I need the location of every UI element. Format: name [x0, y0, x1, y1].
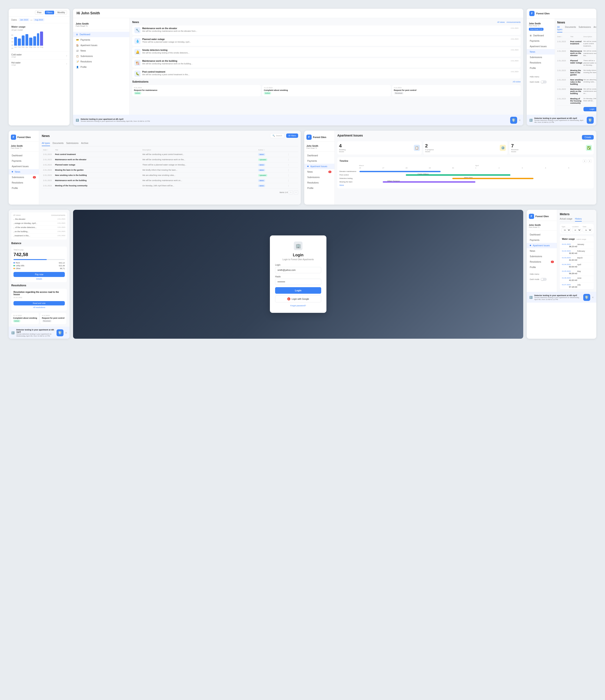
strip-item-3[interactable]: ... of the smoke detectors... 2.01.2023: [13, 225, 65, 230]
timeline-more-link[interactable]: More: [339, 184, 591, 186]
meters-tab-history[interactable]: History: [575, 218, 582, 222]
full-tab-archive[interactable]: Archive: [81, 142, 88, 146]
right-nav-payments[interactable]: Payments: [527, 38, 555, 44]
news-nav-profile[interactable]: Profile: [9, 185, 39, 191]
strip-item-2[interactable]: ...outage on Monday, April... 2.01.2023: [13, 221, 65, 225]
notif-close-button[interactable]: ×: [519, 119, 521, 122]
meters-nav-payments[interactable]: Payments: [527, 238, 557, 243]
apt-nav-profile[interactable]: Profile: [304, 185, 335, 191]
table-row[interactable]: 2.01.2023 Planned water outage There wil…: [42, 162, 298, 167]
apt-nav-dashboard[interactable]: Dashboard: [304, 153, 335, 158]
news-nav-payments[interactable]: Payments: [9, 158, 39, 164]
meters-nav-apt[interactable]: Apartment Issues: [527, 243, 557, 248]
meters-tab-actual[interactable]: Actual usage: [560, 218, 572, 222]
news-table-row-2[interactable]: 2.01.2023 Maintenance work on the elevat…: [557, 49, 596, 58]
news-table-row-4[interactable]: 2.01.2023 Mowing the lawn in the garden …: [557, 68, 596, 77]
meter-row-may[interactable]: 01.05.2023 May 59.28 m3: [560, 269, 594, 276]
submissions-active-count[interactable]: All Active: [513, 81, 521, 83]
prev-button[interactable]: Prev: [35, 10, 44, 15]
nav-resolutions[interactable]: 📝 Resolutions: [73, 59, 129, 64]
strip-item-4[interactable]: ...on the building... 2.01.2023: [13, 230, 65, 234]
hot-water-row[interactable]: Hot water usage ›: [9, 59, 70, 68]
apt-nav-submissions[interactable]: Submissions: [304, 175, 335, 180]
timeline-next-button[interactable]: ›: [588, 159, 591, 163]
meters-nav-news[interactable]: News: [527, 248, 557, 254]
news-item-1[interactable]: 🔧 Maintenance work on the elevator We wi…: [132, 25, 521, 35]
all-resolutions-link[interactable]: All resolutions: [14, 306, 65, 308]
tab-archive[interactable]: Archive: [594, 26, 596, 32]
monthly-button[interactable]: Monthly: [55, 10, 67, 15]
pay-now-button[interactable]: Pay now: [14, 272, 65, 277]
news-filter-button[interactable]: ⚙ Filters: [286, 133, 298, 138]
news-item-3[interactable]: 🔔 Smoke detectors testing We will be con…: [132, 47, 521, 57]
table-row[interactable]: 2.01.2023 New smoking rules in the build…: [42, 173, 298, 178]
news-nav-submissions[interactable]: Submissions2: [9, 175, 39, 180]
meters-notif-close[interactable]: ×: [592, 296, 594, 299]
right-nav-dashboard[interactable]: ⊞ Dashboard: [527, 33, 555, 38]
password-input[interactable]: [275, 279, 321, 285]
tab-all-types[interactable]: All types: [557, 26, 562, 32]
submission-1[interactable]: 8.01.2023 Request for maintenance Active: [132, 85, 261, 96]
news-table-row-5[interactable]: 2.01.2023 New smoking rules in the build…: [557, 77, 596, 87]
email-input[interactable]: [275, 267, 321, 273]
meter-row-feb[interactable]: 01.02.2023 February 32.82 m3: [560, 249, 594, 256]
right-nav-apt[interactable]: Apartment Issues: [527, 44, 555, 49]
table-row[interactable]: 2.01.2023 Pest control treatment We will…: [42, 152, 298, 157]
full-tab-subs[interactable]: Submissions: [66, 142, 78, 146]
balance-notif-close[interactable]: ×: [65, 331, 67, 334]
meters-nav-resolutions[interactable]: Resolutions1: [527, 259, 557, 265]
nav-payments[interactable]: 💳 Payments: [73, 37, 129, 43]
meter-row-mar[interactable]: 01.03.2023 March 41.02 m3: [560, 256, 594, 262]
details-button[interactable]: Details: [14, 278, 65, 280]
next-page-button[interactable]: ›: [294, 190, 298, 195]
mini-sub-2[interactable]: 11.12.2022 Complaint about smoking Activ…: [11, 313, 39, 324]
right-nav-news[interactable]: News: [527, 49, 555, 55]
date-filter-select[interactable]: Jan 2023: [583, 228, 592, 232]
meters-hide-menu[interactable]: Hide menu: [527, 272, 557, 277]
location-filter-select[interactable]: Any: [572, 228, 582, 232]
meters-dark-mode[interactable]: Dark mode: [527, 277, 557, 282]
news-nav-resolutions[interactable]: Resolutions: [9, 180, 39, 185]
nav-profile[interactable]: 👤 Profile: [73, 64, 129, 70]
full-tab-all[interactable]: All types: [42, 142, 50, 146]
news-table-row-7[interactable]: 2.01.2023 Meeting of the housing communi…: [557, 96, 596, 106]
nav-news[interactable]: 📰 News: [73, 48, 129, 53]
meters-nav-dashboard[interactable]: Dashboard: [527, 232, 557, 238]
meter-row-jun[interactable]: 01.06.2023 June 41.02 m3: [560, 276, 594, 283]
submission-2[interactable]: 11.12.2022 Complaint about smoking Activ…: [262, 85, 391, 96]
meters-nav-submissions[interactable]: Submissions: [527, 254, 557, 259]
all-views-link[interactable]: All views: [497, 21, 505, 23]
dark-mode-row[interactable]: Dark mode: [527, 79, 555, 85]
read-vote-button[interactable]: Read and vote: [14, 301, 65, 305]
full-tab-docs[interactable]: Documents: [53, 142, 64, 146]
tab-submissions[interactable]: Submissions: [579, 26, 591, 32]
news-table-row-1[interactable]: 2.01.2023 Pest control treatment We will…: [557, 39, 596, 49]
news-table-row-3[interactable]: 2.01.2023 Planned water outage There wil…: [557, 58, 596, 68]
news-item-2[interactable]: 💧 Planned water outage There will be a p…: [132, 36, 521, 46]
tab-documents[interactable]: Documents: [565, 26, 576, 32]
right-nav-resolutions[interactable]: Resolutions: [527, 60, 555, 66]
type-filter-select[interactable]: Water: [561, 228, 571, 232]
strip-item-1[interactable]: ... the elevator 2.01.2023: [13, 217, 65, 221]
news-table-row-6[interactable]: 2.01.2023 Maintenance work on the buildi…: [557, 87, 596, 96]
login-submit-button[interactable]: Login: [275, 287, 321, 294]
apt-nav-payments[interactable]: Payments: [304, 158, 335, 164]
news-nav-news[interactable]: News: [9, 169, 39, 175]
table-row[interactable]: 2.01.2023 Maintenance work on the elevat…: [42, 157, 298, 162]
timeline-prev-button[interactable]: ‹: [583, 159, 586, 163]
table-row[interactable]: 2.01.2023 Meeting of the housing communi…: [42, 183, 298, 188]
apt-nav-resolutions[interactable]: Resolutions: [304, 180, 335, 185]
meter-row-apr[interactable]: 01.04.2023 April 63.54 m3: [560, 262, 594, 269]
create-issue-button[interactable]: Create: [582, 135, 594, 140]
news-item-4[interactable]: 🏗️ Maintenance work on the building We w…: [132, 58, 521, 68]
table-row[interactable]: 2.01.2023 Maintenance work on the buildi…: [42, 178, 298, 183]
forgot-password-link[interactable]: Forgot password?: [275, 305, 321, 307]
google-login-button[interactable]: G Login with Google: [275, 295, 321, 302]
nav-apartment-issues[interactable]: 🏠 Apartment Issues: [73, 43, 129, 48]
announcements-link[interactable]: Announcements: [507, 21, 521, 23]
dark-mode-toggle[interactable]: Hide menu: [527, 74, 555, 79]
cold-water-row[interactable]: Cold water usage ›: [9, 52, 70, 59]
apt-nav-news[interactable]: News4: [304, 169, 335, 175]
table-row[interactable]: 2.01.2023 Mowing the lawn in the garden …: [42, 167, 298, 173]
strip-item-5[interactable]: ...treatment in this... 2.01.2023: [13, 234, 65, 238]
